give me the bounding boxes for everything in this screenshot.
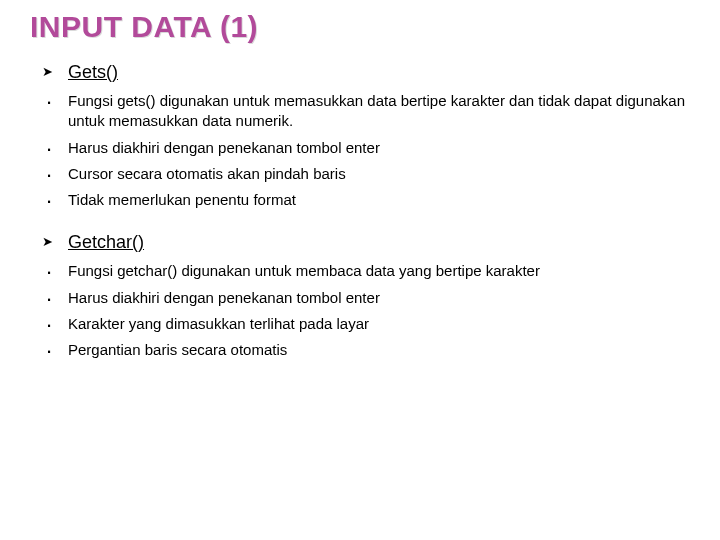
list-item: Karakter yang dimasukkan terlihat pada l…	[40, 314, 690, 334]
page-title: INPUT DATA (1)	[30, 10, 690, 44]
section-heading-getchar: Getchar()	[40, 232, 690, 253]
section-heading-gets: Gets()	[40, 62, 690, 83]
slide: INPUT DATA (1) Gets() Fungsi gets() digu…	[0, 0, 720, 386]
list-item: Cursor secara otomatis akan pindah baris	[40, 164, 690, 184]
section-heading-label: Gets()	[68, 62, 118, 82]
section-heading-label: Getchar()	[68, 232, 144, 252]
spacer	[40, 216, 690, 232]
list-item: Fungsi gets() digunakan untuk memasukkan…	[40, 91, 690, 132]
content-list: Gets() Fungsi gets() digunakan untuk mem…	[30, 62, 690, 360]
list-item: Fungsi getchar() digunakan untuk membaca…	[40, 261, 690, 281]
list-item: Harus diakhiri dengan penekanan tombol e…	[40, 138, 690, 158]
list-item: Tidak memerlukan penentu format	[40, 190, 690, 210]
list-item: Harus diakhiri dengan penekanan tombol e…	[40, 288, 690, 308]
list-item: Pergantian baris secara otomatis	[40, 340, 690, 360]
